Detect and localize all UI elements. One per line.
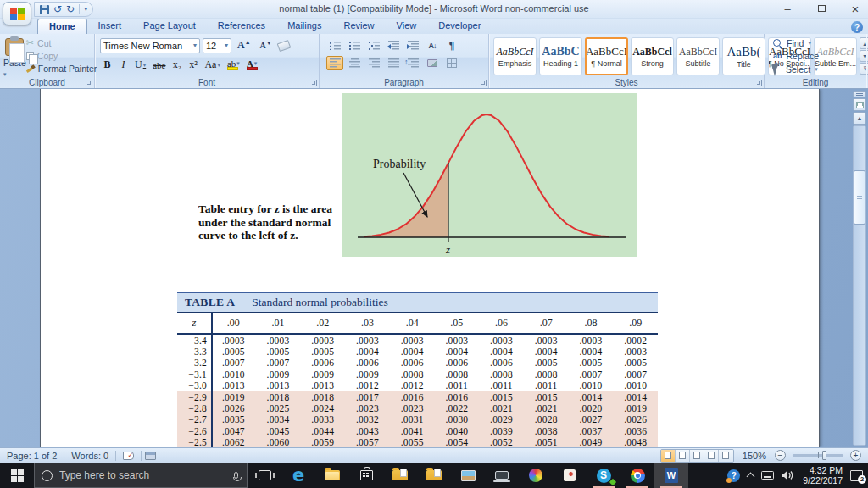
scrollbar-track[interactable] bbox=[853, 125, 866, 446]
tab-insert[interactable]: Insert bbox=[87, 19, 133, 34]
close-button[interactable]: × bbox=[846, 2, 865, 15]
align-left-button[interactable] bbox=[326, 56, 343, 70]
zoom-slider-thumb[interactable] bbox=[822, 451, 826, 460]
web-layout-view-button[interactable] bbox=[690, 450, 704, 462]
subscript-button[interactable]: x₂ bbox=[170, 58, 184, 72]
line-spacing-button[interactable] bbox=[404, 56, 421, 70]
borders-button[interactable] bbox=[443, 56, 460, 70]
zoom-in-button[interactable]: + bbox=[850, 450, 861, 461]
document-page[interactable]: Probability z Table entry for z is the a… bbox=[40, 89, 820, 447]
strikethrough-button[interactable]: abe bbox=[150, 58, 168, 72]
help-button[interactable]: ? bbox=[851, 21, 863, 33]
taskbar-item-skype[interactable]: S bbox=[587, 463, 620, 488]
taskbar-item-color-app[interactable] bbox=[519, 463, 553, 488]
bullets-button[interactable] bbox=[326, 38, 343, 53]
macro-record-icon[interactable] bbox=[145, 452, 156, 460]
taskbar-item-file-explorer[interactable] bbox=[315, 463, 349, 488]
bold-button[interactable]: B bbox=[100, 58, 114, 72]
taskbar-search[interactable]: Type here to search bbox=[34, 463, 248, 488]
office-button[interactable] bbox=[3, 2, 31, 25]
clipboard-dialog-launcher[interactable] bbox=[86, 80, 92, 86]
numbering-button[interactable] bbox=[346, 38, 363, 53]
format-painter-button[interactable]: Format Painter bbox=[26, 64, 97, 74]
increase-indent-button[interactable] bbox=[404, 38, 421, 53]
cut-button[interactable]: ✂ Cut bbox=[26, 37, 97, 48]
taskbar-clock[interactable]: 4:32 PM 9/22/2017 bbox=[803, 465, 843, 485]
tab-home[interactable]: Home bbox=[37, 19, 87, 34]
select-button[interactable]: Select▾ bbox=[773, 64, 866, 75]
zoom-level[interactable]: 150% bbox=[737, 451, 771, 461]
clear-formatting-button[interactable] bbox=[276, 39, 291, 51]
outline-view-button[interactable] bbox=[704, 450, 719, 462]
align-right-button[interactable] bbox=[365, 56, 382, 70]
ruler-toggle-button[interactable] bbox=[853, 98, 866, 111]
show-formatting-marks-button[interactable]: ¶ bbox=[443, 38, 460, 53]
style-normal[interactable]: AaBbCcI¶ Normal bbox=[585, 37, 628, 75]
font-size-combo[interactable]: 12▾ bbox=[203, 38, 231, 53]
style-strong[interactable]: AaBbCclStrong bbox=[631, 37, 674, 75]
task-view-button[interactable] bbox=[248, 463, 281, 488]
show-hidden-icons-button[interactable] bbox=[747, 473, 755, 481]
sort-button[interactable]: A↓ bbox=[424, 38, 441, 53]
volume-icon[interactable] bbox=[782, 470, 795, 480]
taskbar-item-photos[interactable] bbox=[451, 463, 485, 488]
zoom-slider[interactable] bbox=[793, 454, 843, 457]
touch-keyboard-icon[interactable] bbox=[761, 471, 774, 480]
action-center-icon[interactable]: 2 bbox=[850, 470, 863, 481]
fullscreen-reading-view-button[interactable] bbox=[676, 450, 690, 462]
style-title[interactable]: AaBb(Title bbox=[722, 37, 765, 75]
change-case-button[interactable]: Aa▾ bbox=[202, 58, 223, 72]
copy-button[interactable]: Copy bbox=[26, 51, 97, 61]
decrease-indent-button[interactable] bbox=[385, 38, 402, 53]
spellcheck-icon[interactable] bbox=[123, 452, 134, 460]
word-count[interactable]: Words: 0 bbox=[64, 451, 115, 461]
draft-view-button[interactable] bbox=[719, 450, 733, 462]
scrollbar-thumb[interactable] bbox=[854, 170, 865, 225]
taskbar-item-pc[interactable] bbox=[485, 463, 519, 488]
style-emphasis[interactable]: AaBbCcIEmphasis bbox=[493, 37, 537, 75]
font-name-combo[interactable]: Times New Roman▾ bbox=[100, 38, 200, 53]
tab-view[interactable]: View bbox=[386, 19, 428, 34]
text-highlight-button[interactable]: ab▾ bbox=[225, 58, 242, 72]
grow-font-button[interactable]: A▲ bbox=[234, 37, 254, 53]
shrink-font-button[interactable]: A▼ bbox=[257, 38, 275, 52]
taskbar-item-store[interactable] bbox=[349, 463, 383, 488]
restore-button[interactable] bbox=[812, 2, 831, 15]
taskbar-item-documents-1[interactable] bbox=[383, 463, 417, 488]
taskbar-item-notes[interactable] bbox=[553, 463, 587, 488]
taskbar-item-word[interactable]: W bbox=[654, 463, 688, 488]
italic-button[interactable]: I bbox=[116, 58, 131, 72]
tab-mailings[interactable]: Mailings bbox=[276, 19, 332, 34]
minimize-button[interactable]: – bbox=[778, 2, 797, 15]
multilevel-list-button[interactable] bbox=[365, 38, 382, 53]
zoom-out-button[interactable]: − bbox=[775, 450, 786, 461]
underline-button[interactable]: U▾ bbox=[132, 58, 148, 72]
tab-review[interactable]: Review bbox=[332, 19, 385, 34]
style-subtitle[interactable]: AaBbCcISubtitle bbox=[676, 37, 720, 75]
justify-button[interactable] bbox=[385, 56, 402, 70]
styles-dialog-launcher[interactable] bbox=[756, 80, 762, 86]
tab-references[interactable]: References bbox=[207, 19, 276, 34]
taskbar-item-documents-2[interactable] bbox=[417, 463, 451, 488]
get-help-tray-icon[interactable]: ? bbox=[727, 469, 740, 482]
find-button[interactable]: Find▾ bbox=[773, 38, 866, 48]
scroll-up-button[interactable]: ▲ bbox=[853, 112, 866, 125]
font-dialog-launcher[interactable] bbox=[311, 80, 317, 86]
tab-developer[interactable]: Developer bbox=[427, 19, 492, 34]
print-layout-view-button[interactable] bbox=[661, 450, 676, 462]
paragraph-dialog-launcher[interactable] bbox=[481, 80, 487, 86]
microphone-icon[interactable] bbox=[234, 472, 238, 479]
page-indicator[interactable]: Page: 1 of 2 bbox=[0, 451, 64, 461]
font-color-button[interactable]: A▾ bbox=[244, 58, 259, 72]
paste-button[interactable]: Paste ▾ bbox=[3, 36, 26, 78]
taskbar-item-edge[interactable]: e bbox=[281, 463, 315, 488]
shading-button[interactable] bbox=[424, 56, 441, 70]
split-handle[interactable] bbox=[853, 91, 866, 97]
tab-page-layout[interactable]: Page Layout bbox=[132, 19, 207, 34]
style-heading1[interactable]: AaBbCHeading 1 bbox=[539, 37, 582, 75]
replace-button[interactable]: ab Replace bbox=[773, 51, 866, 61]
start-button[interactable] bbox=[0, 463, 34, 488]
align-center-button[interactable] bbox=[346, 56, 363, 70]
taskbar-item-chrome[interactable] bbox=[620, 463, 654, 488]
superscript-button[interactable]: x² bbox=[186, 58, 200, 72]
